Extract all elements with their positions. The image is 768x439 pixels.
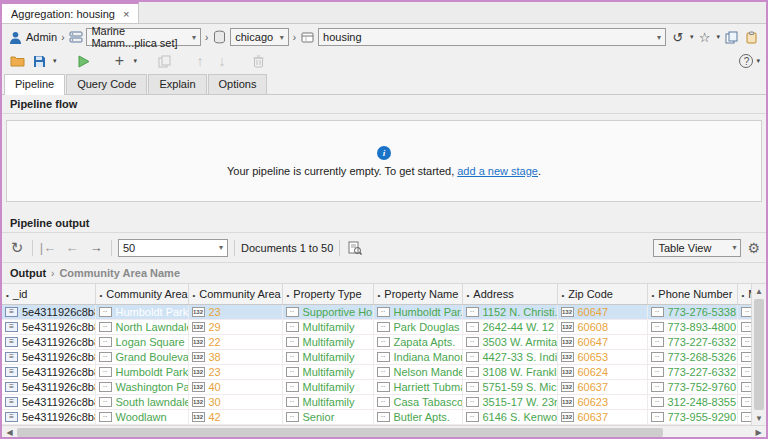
table-cell[interactable]: ··Humboldt Park <box>95 304 188 319</box>
table-cell[interactable]: ··Butler Apts. <box>373 409 462 424</box>
history-icon[interactable]: ↺ <box>669 27 687 47</box>
star-dropdown-icon[interactable]: ▾ <box>717 33 721 41</box>
table-cell[interactable]: ··4427-33 S. Indi... <box>462 349 557 364</box>
table-cell[interactable]: ··3108 W. Frankli... <box>462 364 557 379</box>
table-cell[interactable]: ··5751-59 S. Mic... <box>462 379 557 394</box>
run-icon[interactable] <box>75 51 93 71</box>
table-cell[interactable]: ··773-893-4800 <box>647 319 737 334</box>
table-cell[interactable]: ··Multifamily <box>282 334 373 349</box>
table-cell[interactable]: 13223 <box>188 364 282 379</box>
page-size-select[interactable]: 50 ▾ <box>118 239 228 257</box>
history-dropdown-icon[interactable]: ▾ <box>690 33 694 41</box>
tab-explain[interactable]: Explain <box>148 74 206 94</box>
gear-icon[interactable]: ⚙ <box>747 240 760 256</box>
column-header[interactable]: •Zip Code <box>557 284 647 304</box>
table-cell[interactable]: ≡5e4311926c8b85... <box>2 409 95 424</box>
table-cell[interactable]: ··Multifamily <box>282 349 373 364</box>
view-mode-select[interactable]: Table View ▾ <box>653 239 741 257</box>
tab-options[interactable]: Options <box>208 74 268 94</box>
table-cell[interactable]: ··Woodlawn <box>95 409 188 424</box>
paste-icon[interactable] <box>742 27 760 47</box>
table-cell[interactable]: ≡5e4311926c8b85... <box>2 304 95 319</box>
table-cell[interactable]: ··773-955-9290 <box>647 409 737 424</box>
table-cell[interactable]: ··Park Douglas <box>373 319 462 334</box>
table-cell[interactable]: 13222 <box>188 334 282 349</box>
tab-query-code[interactable]: Query Code <box>66 74 147 94</box>
table-cell[interactable]: ··Logan Square <box>95 334 188 349</box>
table-cell[interactable]: ··773-227-6332 <box>647 334 737 349</box>
table-cell[interactable]: ≡5e4311926c8b85... <box>2 379 95 394</box>
close-tab-icon[interactable]: × <box>123 8 129 20</box>
move-down-icon[interactable]: ↓ <box>213 51 231 71</box>
horizontal-scroll-thumb[interactable] <box>17 428 663 437</box>
add-stage-icon[interactable]: + <box>111 51 129 71</box>
column-header[interactable]: •Community Area ... <box>95 284 188 304</box>
delete-stage-icon[interactable] <box>249 51 267 71</box>
table-cell[interactable]: ··Multifamily <box>282 364 373 379</box>
vertical-scrollbar[interactable]: ▲ ▼ <box>751 284 766 425</box>
table-cell[interactable]: ··773-276-5338 e... <box>647 304 737 319</box>
table-cell[interactable]: ··3503 W. Armita... <box>462 334 557 349</box>
duplicate-stage-icon[interactable] <box>155 51 173 71</box>
table-cell[interactable]: ··773-752-9760 <box>647 379 737 394</box>
table-cell[interactable]: ··Zapata Apts. <box>373 334 462 349</box>
collection-select[interactable]: housing ▾ <box>318 28 666 46</box>
scroll-down-icon[interactable]: ▼ <box>752 411 766 425</box>
column-header[interactable]: •Property Name <box>373 284 462 304</box>
column-header[interactable]: •_id <box>2 284 95 304</box>
table-cell[interactable]: ≡5e4311926c8b85... <box>2 334 95 349</box>
table-cell[interactable]: 13260608 <box>557 319 647 334</box>
table-cell[interactable]: ··Multifamily <box>282 394 373 409</box>
move-up-icon[interactable]: ↑ <box>191 51 209 71</box>
open-folder-icon[interactable] <box>8 51 26 71</box>
table-cell[interactable]: ··Washington Pa... <box>95 379 188 394</box>
help-icon[interactable]: ? <box>739 54 753 68</box>
star-icon[interactable]: ☆ <box>696 27 714 47</box>
table-cell[interactable]: ··2642-44 W. 12 t... <box>462 319 557 334</box>
table-cell[interactable]: ··Multifamily <box>282 379 373 394</box>
table-cell[interactable]: ··Senior <box>282 409 373 424</box>
save-icon[interactable] <box>30 51 48 71</box>
table-cell[interactable]: ··Humboldt Park <box>95 364 188 379</box>
column-header[interactable]: •Community Area ... <box>188 284 282 304</box>
column-header[interactable]: •Phone Number <box>647 284 737 304</box>
table-cell[interactable]: 13260653 <box>557 349 647 364</box>
table-cell[interactable]: ··South lawndale <box>95 394 188 409</box>
table-cell[interactable]: ··Humboldt Par... <box>373 304 462 319</box>
table-cell[interactable]: 13260637 <box>557 409 647 424</box>
table-cell[interactable]: ··Casa Tabasco <box>373 394 462 409</box>
table-cell[interactable]: 13229 <box>188 319 282 334</box>
first-page-icon[interactable]: |← <box>39 238 57 258</box>
breadcrumb-root[interactable]: Output <box>10 267 46 279</box>
table-cell[interactable]: ≡5e4311926c8b85... <box>2 394 95 409</box>
vertical-scroll-thumb[interactable] <box>754 299 764 410</box>
table-cell[interactable]: ≡5e4311926c8b85... <box>2 364 95 379</box>
table-cell[interactable]: ··Supportive Ho... <box>282 304 373 319</box>
column-header[interactable]: •Address <box>462 284 557 304</box>
table-cell[interactable]: ··3515-17 W. 23r... <box>462 394 557 409</box>
table-cell[interactable]: ≡5e4311926c8b85... <box>2 319 95 334</box>
table-cell[interactable]: ··Nelson Mandel... <box>373 364 462 379</box>
table-cell[interactable]: 13230 <box>188 394 282 409</box>
tab-pipeline[interactable]: Pipeline <box>4 74 65 95</box>
table-cell[interactable]: 13242 <box>188 409 282 424</box>
table-cell[interactable]: 13260623 <box>557 394 647 409</box>
add-new-stage-link[interactable]: add a new stage <box>457 165 538 177</box>
table-cell[interactable]: 13223 <box>188 304 282 319</box>
next-page-icon[interactable]: → <box>87 238 105 258</box>
refresh-icon[interactable]: ↻ <box>8 238 26 258</box>
table-cell[interactable]: ··1152 N. Christi... <box>462 304 557 319</box>
table-cell[interactable]: ··312-248-8355 <box>647 394 737 409</box>
prev-page-icon[interactable]: ← <box>63 238 81 258</box>
table-cell[interactable]: ··Multifamily <box>282 319 373 334</box>
table-cell[interactable]: 13240 <box>188 379 282 394</box>
table-cell[interactable]: 13260624 <box>557 364 647 379</box>
table-cell[interactable]: ··Indiana Manor ... <box>373 349 462 364</box>
horizontal-scrollbar[interactable]: ◀ ▶ <box>2 425 766 438</box>
scroll-up-icon[interactable]: ▲ <box>752 284 766 298</box>
table-cell[interactable]: 13260647 <box>557 304 647 319</box>
copy-icon[interactable] <box>722 27 740 47</box>
table-cell[interactable]: 13260647 <box>557 334 647 349</box>
table-cell[interactable]: ··Grand Boulevard <box>95 349 188 364</box>
help-dropdown-icon[interactable]: ▾ <box>756 57 760 65</box>
